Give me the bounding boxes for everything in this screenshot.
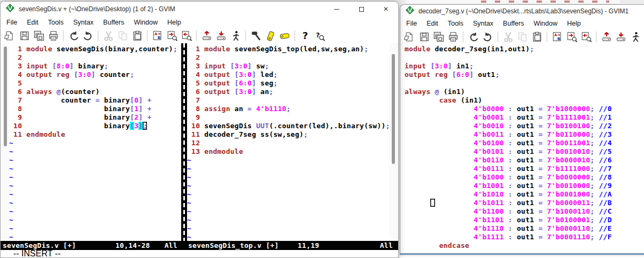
tag-jump-button[interactable] (278, 29, 291, 43)
edit-area: 1 module sevenSegDis(binary,counter); 2 … (1, 43, 398, 243)
code-line: 2 (187, 53, 390, 62)
run-script-button[interactable] (629, 30, 642, 44)
line-number: 5 (187, 79, 204, 87)
run-script-button[interactable] (229, 29, 242, 43)
save-button[interactable] (417, 30, 431, 44)
code-token: : (508, 182, 513, 190)
code-token (504, 182, 508, 190)
titlebar[interactable]: sevenSegDis.v + (~\OneDrive\Desktop) (1 … (1, 2, 398, 17)
titlebar[interactable]: decoder_7seg.v (~\OneDrive\Deskt...rtsLa… (400, 5, 644, 18)
code-line: input [3:0] in1; (405, 62, 644, 71)
buffer-pane-decoder-7seg[interactable]: module decoder_7seg(in1,out1);input [3:0… (405, 43, 644, 253)
code-token: 7'b1111000 (547, 165, 591, 173)
open-button[interactable] (3, 29, 17, 43)
gvim-window-2: decoder_7seg.v (~\OneDrive\Deskt...rtsLa… (400, 4, 644, 255)
left-scrollbar[interactable] (1, 43, 9, 243)
print-button[interactable] (46, 29, 60, 43)
statusline-pane-2: sevenSegDis_top.v [+] 11,19 All (183, 241, 398, 250)
code-token (542, 165, 547, 173)
code-token: UUT (256, 122, 269, 130)
minimize-button[interactable] (324, 2, 349, 17)
menu-item-edit[interactable]: Edit (22, 17, 43, 28)
open-button[interactable] (403, 30, 416, 44)
menu-item-buffers[interactable]: Buffers (498, 18, 529, 29)
menu-item-help[interactable]: Help (562, 18, 586, 29)
code-token: endcase (439, 241, 470, 249)
code-token (542, 207, 547, 215)
code-token (405, 190, 474, 198)
tilde-marker: ~ (187, 216, 191, 224)
menu-item-syntax[interactable]: Syntax (468, 18, 498, 29)
save-session-button[interactable] (614, 30, 627, 44)
save-all-button[interactable] (432, 30, 445, 44)
load-session-button[interactable] (600, 30, 613, 44)
code-token (405, 165, 474, 173)
code-token (542, 105, 547, 113)
toolbar-group: AB (150, 29, 193, 43)
code-token: 4'b1111 (474, 233, 504, 241)
find-next-button[interactable] (565, 30, 578, 44)
maximize-button[interactable] (349, 2, 374, 17)
paste-button[interactable] (130, 29, 144, 43)
code-token (448, 71, 452, 79)
code-token: output (204, 79, 230, 87)
menu-item-edit[interactable]: Edit (422, 18, 443, 29)
menu-item-help[interactable]: Help (162, 17, 186, 28)
find-replace-button[interactable]: AB (550, 30, 564, 44)
menu-item-file[interactable]: File (401, 18, 422, 29)
print-button[interactable] (446, 30, 460, 44)
cut-button[interactable] (102, 29, 115, 43)
load-session-button[interactable] (200, 29, 213, 43)
code-token: binary (74, 62, 104, 70)
copy-button[interactable] (116, 29, 129, 43)
menu-item-window[interactable]: Window (129, 17, 162, 28)
find-next-button[interactable] (165, 29, 179, 43)
code-token: (in1) (439, 88, 465, 96)
copy-button[interactable] (516, 30, 529, 44)
find-help-button[interactable]: ? (313, 29, 326, 43)
menu-item-file[interactable]: File (2, 17, 22, 28)
code-token: case (439, 96, 456, 104)
vertical-split-separator[interactable] (181, 43, 187, 243)
menu-item-tools[interactable]: Tools (443, 18, 468, 29)
save-button[interactable] (18, 29, 31, 43)
save-session-button[interactable] (214, 29, 228, 43)
buffer-pane-sevenSegDis-top[interactable]: 1 module sevenSegDis_top(led,sw,seg,an);… (187, 45, 390, 241)
scrollbar-thumb[interactable] (392, 54, 395, 164)
menu-item-syntax[interactable]: Syntax (68, 17, 98, 28)
code-token: 7'b0100001 (547, 216, 591, 224)
redo-button[interactable] (481, 30, 494, 44)
buffer-pane-sevenSegDis[interactable]: 1 module sevenSegDis(binary,counter); 2 … (9, 45, 181, 241)
find-prev-button[interactable] (579, 30, 593, 44)
paste-button[interactable] (530, 30, 544, 44)
code-token (542, 182, 547, 190)
undo-button[interactable] (467, 30, 480, 44)
find-prev-button[interactable] (180, 29, 193, 43)
code-token (52, 88, 57, 96)
undo-button[interactable] (67, 29, 80, 43)
menu-item-window[interactable]: Window (529, 18, 562, 29)
code-token (594, 105, 599, 113)
code-token (405, 147, 474, 155)
code-line: 4'b0010 : out1 = 7'b0100100; //2 (405, 122, 644, 130)
build-tags-button[interactable] (263, 29, 277, 43)
code-token: 7'b0010010 (547, 147, 591, 155)
menu-item-buffers[interactable]: Buffers (98, 17, 129, 28)
save-all-button[interactable] (32, 29, 45, 43)
help-button[interactable]: ? (298, 29, 312, 43)
code-token: 4'b0110 (474, 156, 504, 164)
code-token: 6:0 (456, 71, 469, 79)
cut-button[interactable] (501, 30, 515, 44)
code-token: 4'b0111 (474, 165, 504, 173)
right-scrollbar[interactable] (389, 43, 398, 243)
code-token: [ (452, 71, 456, 79)
make-button[interactable] (249, 29, 262, 43)
scrollbar-thumb[interactable] (4, 46, 7, 146)
code-line: 4'b1000 : out1 = 7'b0000000; //8 (405, 173, 644, 182)
close-button[interactable]: ✕ (374, 2, 398, 17)
toolbar-group (599, 30, 642, 44)
menu-item-tools[interactable]: Tools (43, 17, 68, 28)
redo-button[interactable] (81, 29, 95, 43)
find-replace-button[interactable]: AB (151, 29, 164, 43)
code-line: 6 always @(counter) (9, 88, 181, 96)
